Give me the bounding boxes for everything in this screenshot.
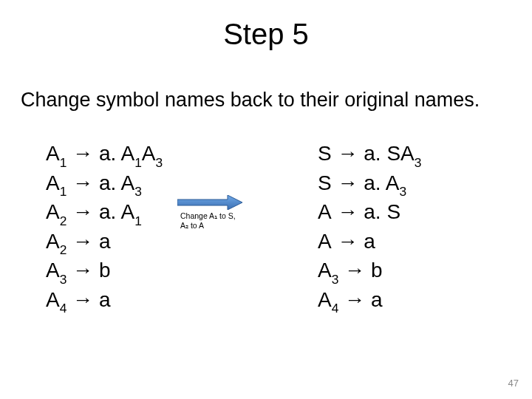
arrow-right-icon (177, 195, 242, 210)
lhs: S (318, 142, 332, 165)
lhs: A (318, 259, 332, 282)
rhs-part: A (142, 142, 156, 165)
slide: Step 5 Change symbol names back to their… (0, 0, 532, 399)
rule: A → a. S (318, 199, 488, 228)
lhs: A (46, 200, 60, 223)
lhs: A (46, 288, 60, 311)
rhs-sub: 1 (134, 155, 142, 170)
rhs-sub: 3 (415, 155, 422, 170)
rhs-sub: 1 (134, 214, 142, 228)
arrow-label-line: A₂ to A (180, 221, 204, 230)
rhs-part: a. A (99, 171, 134, 194)
lhs: A (46, 259, 60, 282)
rule: A3 → b (46, 257, 216, 287)
grammar-right-column: S → a. SA3 S → a. A3 A → a. S A → a A3 →… (318, 140, 488, 316)
rhs-part: a. A (99, 142, 134, 165)
lhs: A (318, 230, 332, 253)
lhs-sub: 3 (332, 272, 339, 287)
lhs-sub: 1 (60, 184, 67, 199)
rhs-part: a. A (99, 200, 134, 223)
slide-subtitle: Change symbol names back to their origin… (21, 89, 480, 112)
transform-arrow-group: Change A₁ to S, A₂ to A (177, 195, 310, 230)
rhs-sub: 3 (134, 184, 142, 199)
rhs-part: a. S (364, 200, 400, 223)
rhs-part: b (371, 259, 383, 282)
rhs-part: a (371, 288, 383, 311)
rhs-sub: 3 (400, 184, 407, 199)
arrow-label-line: Change A₁ to S, (180, 211, 236, 220)
rhs-part: a (99, 230, 111, 253)
page-number: 47 (508, 378, 519, 389)
rhs-part: a. SA (364, 142, 414, 165)
lhs: S (318, 171, 332, 194)
lhs-sub: 3 (60, 272, 67, 287)
slide-title: Step 5 (0, 18, 532, 51)
rule: A1 → a. A1A3 (46, 140, 216, 170)
rule: A3 → b (318, 257, 488, 287)
lhs: A (318, 200, 332, 223)
lhs-sub: 1 (60, 155, 67, 170)
rhs-sub: 3 (156, 155, 163, 170)
arrow-label: Change A₁ to S, A₂ to A (180, 211, 310, 230)
rhs-part: a (364, 230, 375, 253)
lhs: A (318, 288, 332, 311)
svg-marker-0 (177, 195, 242, 210)
lhs: A (46, 171, 60, 194)
rule: S → a. SA3 (318, 140, 488, 170)
rule: A4 → a (46, 287, 216, 316)
rule: A → a (318, 228, 488, 258)
lhs-sub: 2 (60, 214, 67, 228)
rhs-part: b (99, 259, 111, 282)
rhs-part: a (99, 288, 111, 311)
lhs-sub: 4 (332, 301, 339, 316)
rhs-part: a. A (364, 171, 399, 194)
rule: S → a. A3 (318, 170, 488, 200)
rule: A2 → a (46, 228, 216, 258)
lhs: A (46, 230, 60, 253)
lhs-sub: 4 (60, 301, 67, 316)
lhs: A (46, 142, 60, 165)
rule: A4 → a (318, 287, 488, 316)
lhs-sub: 2 (60, 242, 67, 257)
